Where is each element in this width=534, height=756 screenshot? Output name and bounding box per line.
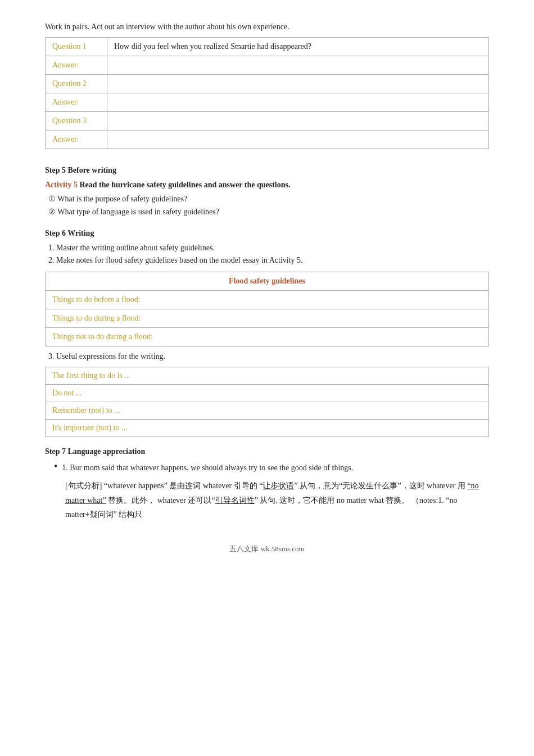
step5-header: Step 5 Before writing bbox=[45, 166, 489, 175]
flood-table: Flood safety guidelinesThings to do befo… bbox=[45, 272, 489, 346]
step6-item3: 3. Useful expressions for the writing. bbox=[48, 352, 489, 361]
analysis-part1: “whatever happens” 是由连词 whatever 引导的 “ bbox=[104, 482, 263, 490]
analysis-part2: ” 从句，意为“无论发生什么事”，这时 whatever 用 bbox=[294, 482, 467, 490]
step7-header: Step 7 Language appreciation bbox=[45, 447, 489, 456]
flood-row-1: Things to do during a flood: bbox=[46, 309, 489, 328]
expression-0: The first thing to do is ... bbox=[46, 367, 489, 385]
step6-item2: 2. Make notes for flood safety guideline… bbox=[48, 256, 489, 265]
bullet1-text: 1. Bur mom said that whatever happens, w… bbox=[62, 462, 353, 474]
interview-content-5 bbox=[107, 130, 489, 149]
interview-content-2 bbox=[107, 75, 489, 93]
interview-label-5: Answer: bbox=[46, 130, 107, 149]
expression-1: Do not ... bbox=[46, 385, 489, 402]
analysis-link1: 让步状语 bbox=[263, 482, 294, 490]
activity5-text: Read the hurricane safety guidelines and… bbox=[79, 181, 290, 189]
step6-header: Step 6 Writing bbox=[45, 229, 489, 238]
expressions-table: The first thing to do is ...Do not ...Re… bbox=[45, 367, 489, 437]
step5-items: ① What is the purpose of safety guidelin… bbox=[45, 194, 489, 217]
intro-text: Work in pairs. Act out an interview with… bbox=[45, 22, 489, 32]
bullet-item-1: • 1. Bur mom said that whatever happens,… bbox=[54, 462, 489, 474]
flood-table-header: Flood safety guidelines bbox=[46, 272, 489, 291]
activity5-label: Activity 5 bbox=[45, 181, 78, 189]
expression-2: Remember (not) to ... bbox=[46, 402, 489, 420]
interview-content-0: How did you feel when you realized Smart… bbox=[107, 38, 489, 56]
flood-row-2: Things not to do during a flood: bbox=[46, 328, 489, 346]
interview-table: Question 1How did you feel when you real… bbox=[45, 37, 489, 149]
analysis-label: [句式分析] bbox=[65, 482, 102, 490]
bullet-dot: • bbox=[54, 461, 57, 472]
activity5-line: Activity 5 Read the hurricane safety gui… bbox=[45, 181, 489, 190]
interview-label-1: Answer: bbox=[46, 56, 107, 75]
interview-content-3 bbox=[107, 93, 489, 112]
analysis-link3: 引导名词性 bbox=[215, 496, 255, 505]
analysis-block: [句式分析] “whatever happens” 是由连词 whatever … bbox=[65, 479, 489, 521]
footer: 五八文库 wk.58sms.com bbox=[45, 544, 489, 554]
step7-content: • 1. Bur mom said that whatever happens,… bbox=[54, 462, 489, 521]
interview-label-0: Question 1 bbox=[46, 38, 107, 56]
flood-row-0: Things to do before a flood: bbox=[46, 291, 489, 309]
interview-content-4 bbox=[107, 112, 489, 130]
interview-label-3: Answer: bbox=[46, 93, 107, 112]
step6-item1: 1. Master the writing outline about safe… bbox=[48, 244, 489, 253]
step5-item-1: ② What type of language is used in safet… bbox=[48, 207, 489, 217]
step5-item-0: ① What is the purpose of safety guidelin… bbox=[48, 194, 489, 204]
interview-content-1 bbox=[107, 56, 489, 75]
interview-label-4: Question 3 bbox=[46, 112, 107, 130]
expression-3: It's important (not) to ... bbox=[46, 420, 489, 437]
interview-label-2: Question 2 bbox=[46, 75, 107, 93]
analysis-part3: 替换。此外， whatever 还可以“ bbox=[106, 496, 215, 505]
